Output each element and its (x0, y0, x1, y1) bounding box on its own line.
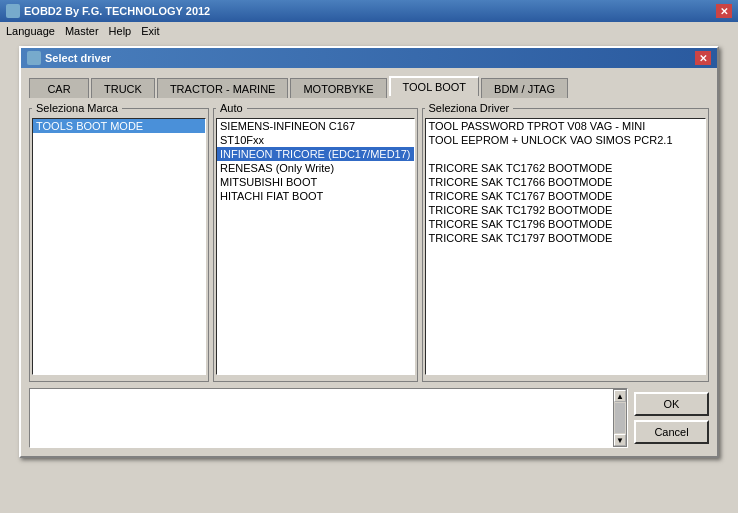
main-area: Select driver ✕ CAR TRUCK TRACTOR - MARI… (0, 40, 738, 513)
list-item[interactable]: SIEMENS-INFINEON C167 (217, 119, 414, 133)
tab-toolboot[interactable]: TOOL BOOT (389, 76, 480, 96)
menu-help[interactable]: Help (109, 25, 132, 37)
list-item[interactable]: HITACHI FIAT BOOT (217, 189, 414, 203)
panel-auto: Auto SIEMENS-INFINEON C167 ST10Fxx INFIN… (213, 102, 418, 382)
tab-truck[interactable]: TRUCK (91, 78, 155, 98)
scrollbar[interactable]: ▲ ▼ (613, 389, 627, 447)
scroll-thumb[interactable] (615, 403, 625, 433)
list-item[interactable]: TRICORE SAK TC1766 BOOTMODE (426, 175, 706, 189)
list-item[interactable]: MITSUBISHI BOOT (217, 175, 414, 189)
tab-bar: CAR TRUCK TRACTOR - MARINE MOTORBYKE TOO… (29, 76, 709, 96)
tab-motorbyke[interactable]: MOTORBYKE (290, 78, 386, 98)
dialog-close-button[interactable]: ✕ (695, 51, 711, 65)
list-item[interactable]: TRICORE SAK TC1792 BOOTMODE (426, 203, 706, 217)
panel-marca: Seleziona Marca TOOLS BOOT MODE (29, 102, 209, 382)
panel-driver: Seleziona Driver TOOL PASSWORD TPROT V08… (422, 102, 710, 382)
cancel-button[interactable]: Cancel (634, 420, 709, 444)
dialog-title-bar: Select driver ✕ (21, 48, 717, 68)
dialog-content: CAR TRUCK TRACTOR - MARINE MOTORBYKE TOO… (21, 68, 717, 456)
list-item[interactable]: TRICORE SAK TC1767 BOOTMODE (426, 189, 706, 203)
auto-listbox[interactable]: SIEMENS-INFINEON C167 ST10Fxx INFINEON T… (216, 118, 415, 375)
text-content (32, 391, 611, 445)
scroll-up[interactable]: ▲ (614, 390, 626, 402)
menu-language[interactable]: Language (6, 25, 55, 37)
list-item[interactable]: TRICORE SAK TC1762 BOOTMODE (426, 161, 706, 175)
app-icon (6, 4, 20, 18)
window-title: EOBD2 By F.G. TECHNOLOGY 2012 (24, 5, 210, 17)
panels-row: Seleziona Marca TOOLS BOOT MODE Auto SIE… (29, 102, 709, 382)
list-item[interactable]: RENESAS (Only Write) (217, 161, 414, 175)
list-item[interactable]: ST10Fxx (217, 133, 414, 147)
menu-master[interactable]: Master (65, 25, 99, 37)
dialog-title-left: Select driver (27, 51, 111, 65)
title-bar-left: EOBD2 By F.G. TECHNOLOGY 2012 (6, 4, 210, 18)
bottom-area: ▲ ▼ OK Cancel (29, 388, 709, 448)
scroll-down[interactable]: ▼ (614, 434, 626, 446)
list-item[interactable]: TOOLS BOOT MODE (33, 119, 205, 133)
ok-button[interactable]: OK (634, 392, 709, 416)
dialog-icon (27, 51, 41, 65)
title-bar: EOBD2 By F.G. TECHNOLOGY 2012 ✕ (0, 0, 738, 22)
dialog-buttons: OK Cancel (634, 388, 709, 448)
menu-bar: Language Master Help Exit (0, 22, 738, 40)
panel-driver-label: Seleziona Driver (425, 102, 514, 114)
tab-tractor[interactable]: TRACTOR - MARINE (157, 78, 289, 98)
tab-bdm[interactable]: BDM / JTAG (481, 78, 568, 98)
driver-listbox[interactable]: TOOL PASSWORD TPROT V08 VAG - MINI TOOL … (425, 118, 707, 375)
list-item[interactable]: INFINEON TRICORE (EDC17/MED17) (217, 147, 414, 161)
list-item[interactable]: TRICORE SAK TC1797 BOOTMODE (426, 231, 706, 245)
list-item[interactable]: TOOL PASSWORD TPROT V08 VAG - MINI (426, 119, 706, 133)
panel-auto-label: Auto (216, 102, 247, 114)
window-close-button[interactable]: ✕ (716, 4, 732, 18)
marca-listbox[interactable]: TOOLS BOOT MODE (32, 118, 206, 375)
text-area: ▲ ▼ (29, 388, 628, 448)
list-item[interactable]: TRICORE SAK TC1796 BOOTMODE (426, 217, 706, 231)
list-item[interactable] (426, 147, 706, 161)
dialog-title: Select driver (45, 52, 111, 64)
menu-exit[interactable]: Exit (141, 25, 159, 37)
list-item[interactable]: TOOL EEPROM + UNLOCK VAO SIMOS PCR2.1 (426, 133, 706, 147)
panel-marca-label: Seleziona Marca (32, 102, 122, 114)
select-driver-dialog: Select driver ✕ CAR TRUCK TRACTOR - MARI… (19, 46, 719, 458)
tab-car[interactable]: CAR (29, 78, 89, 98)
